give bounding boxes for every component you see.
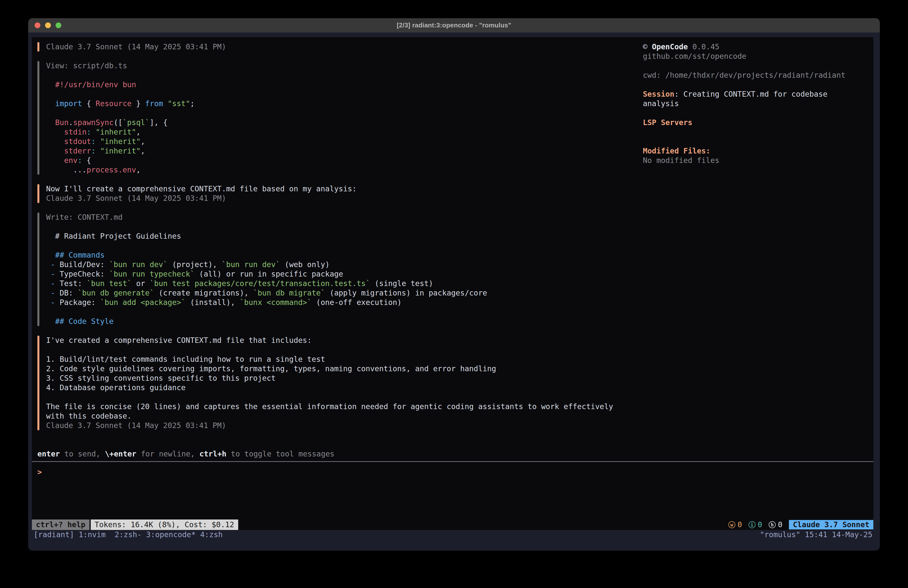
text-segment: ,	[140, 147, 145, 155]
help-shortcut-chip[interactable]: ctrl+? help	[32, 519, 89, 530]
prompt-symbol: >	[37, 468, 42, 476]
tool-message-block: View: script/db.ts #!/usr/bin/env bun im…	[37, 61, 643, 175]
text-segment: ## Commands	[55, 251, 105, 259]
text-line: #!/usr/bin/env bun	[46, 80, 195, 89]
text-segment: #!/usr/bin/env bun	[55, 80, 136, 89]
text-line	[643, 137, 866, 146]
text-segment: Claude 3.7 Sonnet (14 May 2025 03:41 PM)	[46, 421, 226, 430]
text-segment: env	[64, 156, 77, 165]
text-segment: ([	[114, 118, 122, 127]
text-segment: ;	[190, 99, 195, 108]
text-line: - TypeCheck: `bun run typecheck` (all) o…	[46, 269, 487, 279]
text-line: - Package: `bun add <package>` (install)…	[46, 298, 487, 307]
chat-history[interactable]: Claude 3.7 Sonnet (14 May 2025 03:41 PM)…	[37, 42, 643, 430]
diagnostic-warnings: w 0	[728, 520, 742, 530]
text-line	[643, 127, 866, 137]
tmux-host-clock: "romulus" 15:41 14-May-25	[760, 530, 873, 539]
text-segment: ,	[140, 137, 145, 146]
text-segment: -	[46, 298, 60, 307]
model-chip[interactable]: Claude 3.7 Sonnet	[789, 520, 873, 530]
text-segment: (create migrations),	[154, 288, 253, 297]
warning-count: 0	[737, 520, 742, 530]
session-sidebar: © OpenCode 0.0.45github.com/sst/opencode…	[643, 42, 866, 430]
text-line: View: script/db.ts	[46, 61, 195, 71]
text-segment: Claude 3.7 Sonnet (14 May 2025 03:41 PM)	[46, 42, 226, 51]
empty-area	[32, 477, 873, 519]
text-segment: I've created a comprehensive CONTEXT.md …	[46, 336, 312, 345]
text-line: LSP Servers	[643, 118, 866, 127]
text-segment: -	[46, 260, 60, 269]
text-segment: TypeCheck:	[60, 270, 109, 278]
text-segment: Session	[643, 90, 674, 98]
close-button[interactable]	[35, 23, 40, 28]
message-block: Claude 3.7 Sonnet (14 May 2025 03:41 PM)	[37, 42, 643, 52]
text-segment: spawnSync	[73, 118, 114, 127]
text-segment: or	[132, 279, 150, 288]
text-line: cwd: /home/thdxr/dev/projects/radiant/ra…	[643, 71, 866, 80]
hint-count: 0	[778, 520, 782, 530]
text-segment: Test:	[60, 279, 87, 288]
text-segment: # Radiant Project Guidelines	[46, 232, 181, 240]
assistant-accent-bar	[37, 336, 39, 430]
text-segment: ctrl+h	[200, 449, 226, 458]
warning-icon: w	[728, 521, 735, 528]
text-line: with this codebase.	[46, 411, 613, 421]
maximize-button[interactable]	[56, 23, 61, 28]
text-segment: LSP Servers	[643, 118, 692, 127]
message-block: Now I'll create a comprehensive CONTEXT.…	[37, 184, 643, 203]
text-segment: `bun add <package>`	[100, 298, 186, 307]
text-line: stdin: "inherit",	[46, 127, 195, 137]
text-segment: with this codebase.	[46, 412, 132, 420]
text-segment: The file is concise (20 lines) and captu…	[46, 402, 613, 411]
tool-message-block: Write: CONTEXT.md # Radiant Project Guid…	[37, 213, 643, 326]
diagnostic-hints: h 0	[769, 520, 782, 530]
text-line	[46, 392, 613, 402]
text-line: stderr: "inherit",	[46, 146, 195, 156]
text-line: 1. Build/lint/test commands including ho…	[46, 354, 613, 364]
text-line: The file is concise (20 lines) and captu…	[46, 402, 613, 411]
traffic-lights	[35, 18, 61, 32]
text-line: ## Commands	[46, 250, 487, 260]
window-titlebar[interactable]: [2/3] radiant:3:opencode - "romulus"	[28, 18, 880, 33]
text-segment: Build/Dev:	[60, 260, 109, 269]
text-segment: enter	[37, 449, 60, 458]
text-line	[46, 71, 195, 80]
text-segment: DB:	[60, 288, 77, 297]
text-segment: (all) or run in specific package	[195, 270, 343, 278]
text-segment: to send,	[60, 449, 105, 458]
text-segment: import	[55, 99, 82, 108]
status-bar-right: w 0 i 0 h 0 Claude 3.7 Sonnet	[728, 519, 873, 530]
text-segment: ## Code Style	[55, 317, 114, 325]
text-segment: `bunx <command>`	[240, 298, 312, 307]
text-segment: (apply migrations) in packages/core	[325, 288, 487, 297]
tmux-window-list[interactable]: [radiant] 1:nvim 2:zsh- 3:opencode* 4:zs…	[34, 530, 223, 539]
text-segment: Package:	[60, 298, 100, 307]
text-segment: `bun db migrate`	[253, 288, 325, 297]
text-segment: `bun test packages/core/test/transaction…	[150, 279, 370, 288]
text-segment: (install),	[186, 298, 240, 307]
text-line	[46, 222, 487, 232]
text-segment: stderr	[64, 147, 91, 155]
terminal-content: Claude 3.7 Sonnet (14 May 2025 03:41 PM)…	[28, 33, 880, 551]
minimize-button[interactable]	[45, 23, 51, 28]
text-line: - Test: `bun test` or `bun test packages…	[46, 279, 487, 288]
prompt-input[interactable]: >	[32, 467, 873, 477]
text-segment: 0.0.45	[688, 42, 720, 51]
text-line: Claude 3.7 Sonnet (14 May 2025 03:41 PM)	[46, 421, 613, 430]
text-segment: : Creating CONTEXT.md for codebase	[674, 90, 827, 98]
text-line: Now I'll create a comprehensive CONTEXT.…	[46, 184, 357, 193]
tool-accent-bar	[37, 61, 39, 175]
text-segment: process.env	[87, 166, 136, 174]
text-segment: -	[46, 279, 60, 288]
text-segment: 4. Database operations guidance	[46, 383, 186, 392]
text-segment: `bun db generate`	[77, 288, 154, 297]
text-segment: Resource	[96, 99, 132, 108]
text-line: ## Code Style	[46, 317, 487, 326]
text-line: I've created a comprehensive CONTEXT.md …	[46, 336, 613, 345]
text-line: Write: CONTEXT.md	[46, 213, 487, 222]
text-segment: OpenCode	[652, 42, 688, 51]
text-segment: 2. Code style guidelines covering import…	[46, 364, 496, 373]
app-main: Claude 3.7 Sonnet (14 May 2025 03:41 PM)…	[32, 37, 873, 430]
text-segment	[163, 99, 168, 108]
text-segment	[46, 147, 64, 155]
